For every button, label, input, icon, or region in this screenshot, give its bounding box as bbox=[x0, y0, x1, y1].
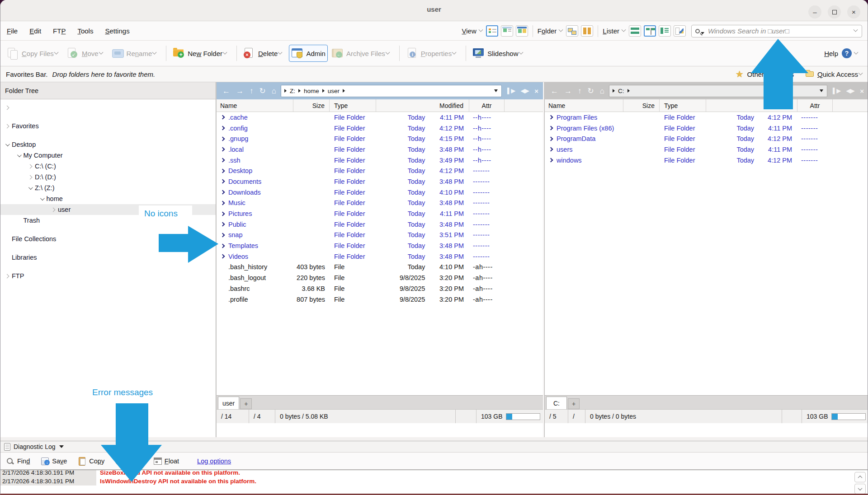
menu-file[interactable]: File bbox=[7, 27, 18, 35]
file-row-public[interactable]: PublicFile FolderToday3:48 PM------- bbox=[217, 219, 543, 230]
help-button[interactable]: Help bbox=[824, 50, 838, 57]
new-tab-button[interactable]: + bbox=[568, 398, 580, 409]
view-thumbnails-button[interactable] bbox=[516, 25, 528, 37]
chevron-right-icon[interactable] bbox=[217, 116, 228, 119]
column-size[interactable]: Size bbox=[623, 99, 660, 112]
move-button[interactable]: Move bbox=[65, 45, 108, 61]
close-pane-icon[interactable]: × bbox=[534, 87, 538, 95]
file-row-program-files[interactable]: Program FilesFile FolderToday4:12 PM----… bbox=[545, 112, 868, 123]
chevron-down-icon[interactable] bbox=[14, 154, 24, 157]
forward-icon[interactable]: → bbox=[236, 87, 244, 95]
file-row--gnupg[interactable]: .gnupgFile FolderToday4:15 PM--h---- bbox=[217, 133, 543, 144]
breadcrumb[interactable]: Z:homeuser bbox=[281, 85, 502, 97]
archive-files-button[interactable]: Archive Files bbox=[330, 45, 395, 61]
swap-panes-icon[interactable]: ◀▶ bbox=[521, 88, 529, 94]
folder-dual-button[interactable] bbox=[581, 25, 593, 37]
chevron-right-icon[interactable] bbox=[25, 176, 35, 179]
chevron-down-icon[interactable] bbox=[2, 143, 12, 146]
menu-ftp[interactable]: FTP bbox=[53, 27, 66, 35]
column-type[interactable]: Type bbox=[330, 99, 376, 112]
delete-button[interactable]: Delete bbox=[241, 45, 287, 61]
chevron-right-icon[interactable] bbox=[2, 275, 12, 278]
chevron-right-icon[interactable] bbox=[545, 159, 557, 162]
swap-panes-icon[interactable]: ◀▶ bbox=[846, 88, 854, 94]
breadcrumb-segment[interactable]: Z: bbox=[290, 88, 295, 94]
file-row-windows[interactable]: windowsFile FolderToday4:12 PM------- bbox=[545, 155, 868, 166]
up-icon[interactable]: ↑ bbox=[578, 87, 582, 95]
menu-settings[interactable]: Settings bbox=[105, 27, 129, 35]
new-tab-button[interactable]: + bbox=[240, 398, 252, 409]
chevron-right-icon[interactable] bbox=[48, 208, 58, 211]
chevron-right-icon[interactable] bbox=[217, 233, 228, 237]
file-row-documents[interactable]: DocumentsFile FolderToday3:48 PM------- bbox=[217, 176, 543, 187]
tab-c-drive[interactable]: C: bbox=[546, 397, 567, 409]
minimize-button[interactable]: – bbox=[808, 5, 821, 19]
file-row-programdata[interactable]: ProgramDataFile FolderToday4:12 PM------… bbox=[545, 133, 868, 144]
refresh-icon[interactable]: ↻ bbox=[588, 87, 594, 95]
save-button[interactable]: Save bbox=[41, 457, 67, 465]
back-icon[interactable]: ← bbox=[551, 87, 558, 95]
tree-item-z-z-[interactable]: Z:\ (Z:) bbox=[0, 182, 216, 193]
tab-user[interactable]: user bbox=[218, 397, 239, 409]
chevron-down-icon[interactable] bbox=[25, 187, 35, 190]
chevron-right-icon[interactable] bbox=[217, 159, 228, 162]
file-row-pictures[interactable]: PicturesFile FolderToday4:11 PM------- bbox=[217, 208, 543, 219]
chevron-right-icon[interactable] bbox=[217, 191, 228, 194]
file-row--bashrc[interactable]: .bashrc3.68 KBFile9/8/20253:20 PM-ah---- bbox=[217, 283, 543, 294]
chevron-right-icon[interactable] bbox=[217, 126, 228, 130]
chevron-right-icon[interactable] bbox=[217, 201, 228, 205]
breadcrumb-segment[interactable]: home bbox=[304, 88, 319, 94]
properties-button[interactable]: Properties bbox=[404, 45, 461, 61]
file-row--ssh[interactable]: .sshFile FolderToday3:49 PM--h---- bbox=[217, 155, 543, 166]
file-row-desktop[interactable]: DesktopFile FolderToday4:12 PM------- bbox=[217, 165, 543, 176]
chevron-right-icon[interactable] bbox=[217, 255, 228, 258]
admin-button[interactable]: Admin bbox=[289, 45, 328, 62]
breadcrumb-dropdown-icon[interactable] bbox=[820, 89, 823, 92]
chevron-right-icon[interactable] bbox=[217, 148, 228, 151]
file-row-downloads[interactable]: DownloadsFile FolderToday4:10 PM------- bbox=[217, 187, 543, 198]
tree-item-desktop[interactable]: Desktop bbox=[0, 139, 216, 150]
column-name[interactable]: Name bbox=[545, 99, 623, 112]
breadcrumb-dropdown-icon[interactable] bbox=[494, 89, 498, 92]
file-row-snap[interactable]: snapFile FolderToday3:51 PM------- bbox=[217, 230, 543, 241]
file-row-music[interactable]: MusicFile FolderToday3:48 PM------- bbox=[217, 198, 543, 209]
chevron-right-icon[interactable] bbox=[545, 137, 557, 140]
chevron-right-icon[interactable] bbox=[545, 126, 557, 130]
chevron-right-icon[interactable] bbox=[545, 116, 557, 119]
tree-item-d-d-[interactable]: D:\ (D:) bbox=[0, 172, 216, 182]
lister-viewer-button[interactable] bbox=[674, 25, 686, 37]
column-name[interactable]: Name bbox=[217, 99, 293, 112]
column-modified[interactable]: Modified bbox=[376, 99, 469, 112]
rename-button[interactable]: Rename bbox=[110, 45, 162, 61]
chevron-right-icon[interactable] bbox=[545, 148, 557, 151]
lister-single-button[interactable] bbox=[629, 25, 641, 37]
find-button[interactable]: Find bbox=[6, 457, 30, 465]
back-icon[interactable]: ← bbox=[222, 87, 230, 95]
quick-access-button[interactable]: Quick Access bbox=[817, 70, 858, 78]
scroll-up-button[interactable] bbox=[854, 472, 866, 482]
folder-copy-button[interactable] bbox=[566, 25, 578, 37]
maximize-button[interactable] bbox=[828, 5, 841, 19]
chevron-right-icon[interactable] bbox=[2, 106, 12, 109]
file-row-videos[interactable]: VideosFile FolderToday3:48 PM------- bbox=[217, 251, 543, 262]
chevron-right-icon[interactable] bbox=[217, 169, 228, 173]
view-menu[interactable]: View bbox=[462, 27, 476, 35]
close-button[interactable]: × bbox=[847, 5, 860, 19]
chevron-right-icon[interactable] bbox=[2, 125, 12, 128]
refresh-icon[interactable]: ↻ bbox=[259, 87, 266, 95]
float-button[interactable]: Float bbox=[153, 457, 179, 465]
log-options-link[interactable]: Log options bbox=[197, 458, 231, 465]
column-type[interactable]: Type bbox=[660, 99, 706, 112]
slideshow-button[interactable]: Slideshow bbox=[471, 45, 528, 61]
file-row-users[interactable]: usersFile FolderToday4:11 PM------- bbox=[545, 144, 868, 155]
chevron-right-icon[interactable] bbox=[217, 180, 228, 183]
column-size[interactable]: Size bbox=[293, 99, 330, 112]
file-row--local[interactable]: .localFile FolderToday3:48 PM--h---- bbox=[217, 144, 543, 155]
file-row-program-files-x86-[interactable]: Program Files (x86)File FolderToday4:11 … bbox=[545, 123, 868, 134]
file-row--bash-history[interactable]: .bash_history403 bytesFileToday4:10 PM-a… bbox=[217, 262, 543, 273]
breadcrumb-segment[interactable]: C: bbox=[618, 88, 624, 94]
search-input[interactable]: Windows Search in □user□ bbox=[691, 25, 862, 37]
chevron-right-icon[interactable] bbox=[217, 137, 228, 140]
lister-dual-vertical-button[interactable] bbox=[644, 25, 656, 37]
menu-edit[interactable]: Edit bbox=[29, 27, 41, 35]
